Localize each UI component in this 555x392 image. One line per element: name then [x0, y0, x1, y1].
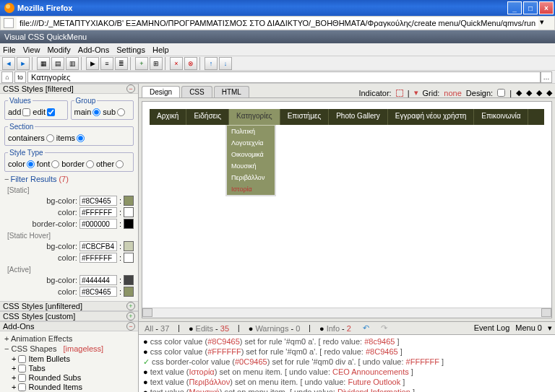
toolbar-btn[interactable]: ≣ [115, 57, 128, 70]
addon-check[interactable] [18, 355, 26, 363]
arrow-icon[interactable]: ◆ [526, 88, 532, 97]
minimize-button[interactable]: _ [507, 1, 522, 14]
panel-css-filtered[interactable]: CSS Styles [filtered] − [0, 84, 138, 94]
border-input[interactable] [79, 219, 117, 229]
bt-redo-icon[interactable]: ↷ [378, 323, 390, 334]
add-check[interactable] [22, 108, 30, 116]
collapse-icon[interactable]: − [126, 322, 135, 331]
toolbar-btn[interactable]: ≡ [100, 57, 113, 70]
dropdown-item[interactable]: Πολιτική [227, 126, 275, 137]
addon-header[interactable]: Animation Effects [11, 334, 72, 343]
bgcolor-active-input[interactable] [79, 275, 117, 285]
toolbar-btn[interactable]: ⊞ [150, 57, 163, 70]
nav-item[interactable]: Ειδήσεις [186, 109, 229, 125]
bc-go[interactable]: … [541, 71, 552, 83]
addon-check[interactable] [18, 374, 26, 382]
color-hover-input[interactable] [79, 253, 117, 263]
toolbar-btn[interactable]: ◄ [2, 57, 15, 70]
panel-addons[interactable]: Add-Ons− [0, 321, 138, 331]
maximize-button[interactable]: □ [523, 1, 538, 14]
swatch[interactable] [124, 287, 134, 297]
bt-undo-icon[interactable]: ↶ [360, 323, 372, 334]
breadcrumb-input[interactable] [27, 71, 541, 83]
toolbar-add[interactable]: + [135, 57, 148, 70]
st-other-radio[interactable] [116, 160, 124, 168]
expand-icon[interactable]: + [126, 302, 135, 310]
toolbar-down[interactable]: ↓ [219, 57, 232, 70]
addon-check[interactable] [18, 383, 26, 391]
menu-modify[interactable]: Modify [47, 45, 70, 54]
bt-info[interactable]: ● Info - 2 [317, 323, 354, 334]
menu-addons[interactable]: Add-Ons [78, 45, 109, 54]
nav-item[interactable]: Επιστήμες [280, 109, 330, 125]
menu-dropdown-icon[interactable]: ▾ [548, 323, 552, 333]
toolbar-btn[interactable]: ▤ [51, 57, 64, 70]
dropdown-item[interactable]: Οικονομικά [227, 149, 275, 160]
dropdown-item-selected[interactable]: Ιστορία [227, 183, 275, 195]
swatch[interactable] [124, 207, 134, 217]
arrow-icon[interactable]: ◆ [546, 88, 552, 97]
color-active-input[interactable] [79, 287, 117, 297]
toolbar-up[interactable]: ↑ [205, 57, 218, 70]
bt-all[interactable]: All - 37 [142, 323, 172, 334]
bgcolor-input[interactable] [79, 196, 117, 206]
dropdown-item[interactable]: Λογοτεχνία [227, 137, 275, 149]
scroll-left[interactable] [142, 308, 152, 317]
nav-item[interactable]: Εγγραφή νέου χρήστη [388, 109, 474, 125]
toolbar-delete[interactable]: × [170, 57, 183, 70]
scroll-right[interactable] [541, 308, 551, 317]
arrow-icon[interactable]: ◆ [536, 88, 542, 97]
toolbar-btn[interactable]: ► [17, 57, 30, 70]
toolbar-delete-all[interactable]: ⊗ [184, 57, 197, 70]
menu-file[interactable]: File [3, 45, 16, 54]
go-icon[interactable]: ▾ [540, 17, 551, 29]
bc-home-icon[interactable]: ⌂ [1, 71, 13, 83]
swatch[interactable] [124, 219, 134, 229]
swatch[interactable] [124, 241, 134, 251]
st-border-radio[interactable] [86, 160, 94, 168]
st-color-radio[interactable] [27, 160, 35, 168]
close-button[interactable]: × [539, 1, 554, 14]
toolbar-btn[interactable]: ▥ [66, 57, 79, 70]
event-log-link[interactable]: Event Log [474, 323, 510, 333]
addon-header[interactable]: CSS Shapes [11, 344, 56, 353]
url-input[interactable] [17, 17, 538, 29]
collapse-icon[interactable]: − [126, 84, 135, 93]
dropdown-item[interactable]: Περιβάλλον [227, 172, 275, 183]
menu-view[interactable]: View [23, 45, 40, 54]
panel-css-unfiltered[interactable]: CSS Styles [unfiltered]+ [0, 301, 138, 311]
indicator-swatch[interactable] [396, 90, 403, 97]
nav-item[interactable]: Επικοινωνία [474, 109, 528, 125]
menu-indicator[interactable]: Menu 0 [515, 323, 542, 333]
sub-radio[interactable] [117, 108, 125, 116]
swatch[interactable] [124, 275, 134, 285]
addon-item[interactable]: Rounded Items [28, 383, 82, 391]
tab-design[interactable]: Design [142, 86, 180, 97]
addon-item[interactable]: Item Bullets [28, 354, 69, 363]
toolbar-btn[interactable]: ▶ [86, 57, 99, 70]
containers-radio[interactable] [46, 134, 54, 142]
bt-warnings[interactable]: ● Warnings - 0 [246, 323, 304, 334]
expand-icon[interactable]: + [126, 312, 135, 321]
menu-help[interactable]: Help [152, 45, 169, 54]
swatch[interactable] [124, 253, 134, 263]
toolbar-btn[interactable]: ▦ [37, 57, 50, 70]
menu-settings[interactable]: Settings [116, 45, 145, 54]
dropdown-item[interactable]: Μουσική [227, 160, 275, 172]
st-font-radio[interactable] [51, 160, 59, 168]
nav-item[interactable]: Photo Gallery [329, 109, 388, 125]
nav-item[interactable]: Αρχική [150, 109, 186, 125]
bt-edits[interactable]: ● Edits - 35 [186, 323, 232, 334]
design-check[interactable] [497, 89, 505, 97]
panel-css-custom[interactable]: CSS Styles [custom]+ [0, 311, 138, 321]
arrow-icon[interactable]: ◆ [516, 88, 522, 97]
main-radio[interactable] [92, 108, 100, 116]
tab-html[interactable]: HTML [214, 86, 249, 97]
tab-css[interactable]: CSS [181, 86, 212, 97]
items-radio[interactable] [77, 134, 85, 142]
addon-item[interactable]: Tabs [28, 364, 45, 373]
addon-check[interactable] [18, 365, 26, 373]
design-canvas[interactable]: Αρχική Ειδήσεις Κατηγορίες Επιστήμες Pho… [142, 101, 552, 318]
nav-item-active[interactable]: Κατηγορίες [229, 109, 280, 125]
color-input[interactable] [79, 207, 117, 217]
